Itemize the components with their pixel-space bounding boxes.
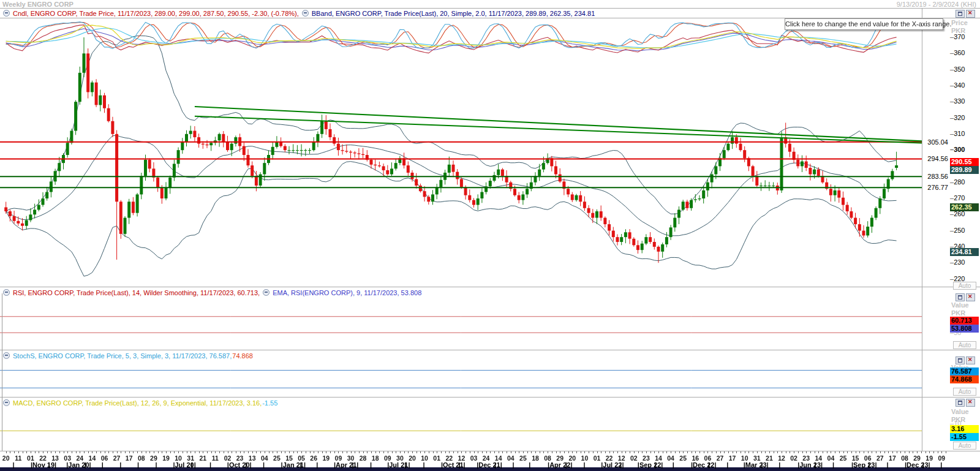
x-axis-month-pipe: | bbox=[922, 461, 924, 469]
price-line-value-label: 283.56 bbox=[922, 173, 948, 180]
x-axis-month-pipe: | bbox=[404, 461, 406, 469]
x-axis-month-pipe: | bbox=[565, 461, 567, 469]
rsi-ema-series-toggle-icon[interactable] bbox=[263, 289, 270, 296]
price-axis-title: Price bbox=[951, 19, 968, 26]
price-panel-legend: Cndl, ENGRO CORP, Trade Price, 11/17/202… bbox=[0, 9, 922, 18]
last-value-box: 262.35 bbox=[950, 203, 979, 211]
x-axis-month-pipe: | bbox=[245, 461, 247, 469]
price-axis-tick: 330 bbox=[950, 97, 965, 105]
price-axis-tick: 220 bbox=[950, 275, 965, 282]
x-axis-month-pipe: | bbox=[137, 461, 139, 469]
stoch-d-value[interactable]: 74.868 bbox=[232, 352, 253, 360]
last-value-box: 74.868 bbox=[950, 375, 979, 383]
stoch-chart-canvas[interactable] bbox=[0, 362, 922, 396]
last-value-box: 60.713 bbox=[950, 317, 979, 325]
panel-separator bbox=[0, 350, 980, 350]
price-chart-canvas[interactable] bbox=[0, 18, 922, 287]
last-value-box: 289.89 bbox=[950, 166, 979, 174]
x-axis-month-pipe: | bbox=[85, 461, 86, 469]
stoch-panel-legend: StochS, ENGRO CORP, Trade Price, 5, 3, S… bbox=[0, 351, 922, 360]
y-axis-border bbox=[922, 8, 922, 451]
close-icon[interactable] bbox=[966, 399, 975, 407]
x-axis-day-label: 04 bbox=[504, 454, 518, 462]
x-axis-month-pipe: | bbox=[726, 461, 728, 469]
x-axis-month-label: |Oct 20| bbox=[227, 461, 252, 469]
last-value-box: 290.55 bbox=[950, 158, 979, 166]
rsi-axis-auto-button[interactable]: Auto bbox=[953, 341, 976, 349]
x-axis-day-label: 26 bbox=[307, 454, 320, 462]
price-axis-tick: 320 bbox=[950, 114, 965, 121]
x-axis-date-range[interactable]: 9/13/2019 - 2/9/2024 (KHI) bbox=[897, 1, 976, 8]
restore-icon[interactable] bbox=[956, 399, 965, 407]
macd-legend[interactable]: MACD, ENGRO CORP, Trade Price(Last), 12,… bbox=[13, 399, 262, 407]
price-axis-tick: 270 bbox=[950, 194, 965, 202]
price-axis-tick: 350 bbox=[950, 66, 965, 73]
stoch-axis-auto-button[interactable]: Auto bbox=[953, 388, 976, 396]
x-axis-day-label: 20 bbox=[0, 454, 13, 462]
stoch-series-toggle-icon[interactable] bbox=[3, 352, 10, 359]
x-axis-month-pipe: | bbox=[209, 461, 211, 469]
price-panel-window-buttons bbox=[956, 10, 975, 18]
x-axis-month-pipe: | bbox=[459, 461, 461, 469]
x-axis-month-pipe: | bbox=[191, 461, 193, 469]
x-axis-month-pipe: | bbox=[370, 461, 372, 469]
restore-icon[interactable] bbox=[956, 10, 965, 18]
x-axis-month-label: |Sep 22| bbox=[638, 461, 663, 469]
x-axis-month-pipe: | bbox=[887, 461, 889, 469]
rsi-panel-window-buttons bbox=[956, 293, 975, 301]
rsi-ema-legend[interactable]: EMA, RSI(ENGRO CORP), 9, 11/17/2023, 53.… bbox=[273, 289, 421, 296]
x-axis-day-label: 08 bbox=[135, 454, 148, 462]
rsi-legend[interactable]: RSI, ENGRO CORP, Trade Price(Last), 14, … bbox=[13, 289, 260, 296]
rsi-series-toggle-icon[interactable] bbox=[3, 289, 10, 296]
x-axis-month-pipe: | bbox=[583, 461, 585, 469]
x-axis-day-label: 12 bbox=[775, 454, 788, 462]
x-axis-month-pipe: | bbox=[832, 461, 834, 469]
x-axis-day-label: 19 bbox=[159, 454, 173, 462]
x-axis-range-tooltip[interactable]: Click here to change the end value for t… bbox=[785, 18, 943, 30]
price-axis-auto-button[interactable]: Auto bbox=[953, 282, 976, 290]
last-value-box: 76.587 bbox=[950, 367, 979, 375]
x-axis-month-pipe: | bbox=[494, 461, 496, 469]
bband-series-toggle-icon[interactable] bbox=[302, 10, 309, 17]
x-axis-month-pipe: | bbox=[620, 461, 622, 469]
x-axis-month-label: |Nov 19| bbox=[31, 461, 56, 469]
x-axis-month-label: |Jun 23| bbox=[797, 461, 823, 469]
bband-legend[interactable]: BBand, ENGRO CORP, Trade Price(Last), 20… bbox=[312, 10, 595, 17]
macd-signal-value[interactable]: -1.55 bbox=[262, 399, 277, 407]
price-line-value-label: 305.04 bbox=[922, 138, 948, 146]
x-axis-month-pipe: | bbox=[316, 461, 318, 469]
x-axis-month-pipe: | bbox=[156, 461, 157, 469]
x-axis-month-pipe: | bbox=[512, 461, 514, 469]
x-axis-day-label: 21 bbox=[196, 454, 209, 462]
x-axis-month-label: |Jul 21| bbox=[387, 461, 410, 469]
rsi-chart-canvas[interactable] bbox=[0, 300, 922, 349]
x-axis-month-pipe: | bbox=[119, 461, 121, 469]
x-axis-month-label: |Sep 23| bbox=[851, 461, 877, 469]
stoch-legend[interactable]: StochS, ENGRO CORP, Trade Price, 5, 3, S… bbox=[13, 352, 232, 360]
x-axis-month-label: |Jan 20| bbox=[66, 461, 91, 469]
macd-chart-canvas[interactable] bbox=[0, 408, 922, 451]
price-axis-tick: 300 bbox=[950, 146, 965, 153]
price-line-value-label: 294.56 bbox=[922, 155, 948, 162]
macd-axis-auto-button[interactable]: Auto bbox=[953, 442, 976, 450]
x-axis-month-label: |Jan 21| bbox=[281, 461, 306, 469]
close-icon[interactable] bbox=[966, 10, 975, 18]
x-axis-month-pipe: | bbox=[708, 461, 710, 469]
x-axis-day-label: 06 bbox=[98, 454, 111, 462]
macd-series-toggle-icon[interactable] bbox=[3, 399, 10, 406]
x-axis-day-label: 25 bbox=[676, 454, 690, 462]
close-icon[interactable] bbox=[966, 293, 975, 301]
candle-series-toggle-icon[interactable] bbox=[3, 10, 10, 17]
x-axis-month-pipe: | bbox=[263, 461, 265, 469]
price-axis-tick: 370 bbox=[950, 33, 965, 40]
candle-legend[interactable]: Cndl, ENGRO CORP, Trade Price, 11/17/202… bbox=[13, 10, 299, 17]
x-axis-month-pipe: | bbox=[300, 461, 301, 469]
restore-icon[interactable] bbox=[956, 293, 965, 301]
rsi-panel-legend: RSI, ENGRO CORP, Trade Price(Last), 14, … bbox=[0, 288, 922, 297]
x-axis-month-pipe: | bbox=[529, 461, 530, 469]
panel-separator bbox=[0, 397, 980, 398]
last-value-box: 234.81 bbox=[950, 248, 979, 256]
x-axis-day-label: 17 bbox=[123, 454, 136, 462]
price-axis-tick: 230 bbox=[950, 258, 965, 266]
price-axis-tick: 310 bbox=[950, 130, 965, 137]
